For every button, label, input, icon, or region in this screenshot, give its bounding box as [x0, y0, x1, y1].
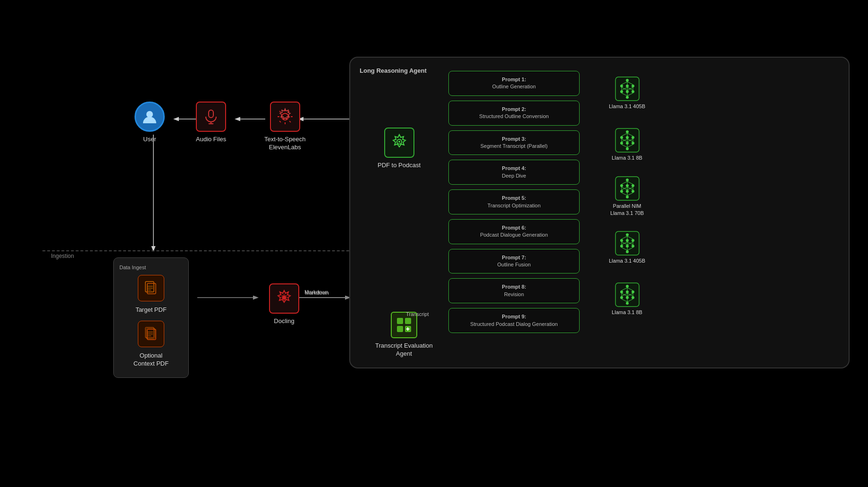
svg-point-53 [632, 90, 634, 93]
llm-column: Llama 3.1 405B [609, 68, 645, 324]
prompt-box-3: Prompt 3: Segment Transcript (Parallel) [448, 130, 580, 155]
svg-point-49 [626, 85, 629, 87]
svg-point-74 [620, 142, 623, 145]
docling-icon [269, 283, 299, 314]
agent-container-title: Long Reasoning Agent [360, 67, 839, 74]
svg-point-143 [620, 296, 623, 299]
svg-point-76 [632, 142, 634, 145]
svg-point-121 [626, 245, 629, 248]
llm-5-label: Llama 3.1 8B [612, 309, 642, 316]
tts-label: Text-to-Speech ElevenLabs [264, 136, 305, 152]
prompt-4-title: Prompt 4: Deep Dive [455, 165, 573, 179]
svg-point-118 [626, 239, 629, 242]
svg-point-123 [626, 250, 629, 253]
svg-point-145 [632, 296, 634, 299]
tts-icon [270, 102, 300, 132]
docling-label: Docling [274, 317, 294, 325]
svg-point-146 [626, 302, 629, 305]
data-ingest-box: Data Ingest Target PDF [113, 257, 189, 378]
svg-point-18 [146, 111, 153, 118]
svg-point-95 [626, 184, 629, 187]
llm-node-2: Llama 3.1 8B [609, 120, 645, 170]
svg-point-93 [626, 179, 629, 181]
svg-point-139 [626, 285, 629, 288]
llm-node-5: Llama 3.1 8B [609, 274, 645, 324]
svg-point-51 [620, 90, 623, 93]
svg-point-120 [620, 245, 623, 248]
llm-node-4: Llama 3.1 405B [609, 223, 645, 273]
svg-point-36 [282, 296, 286, 299]
prompt-box-9: Prompt 9: Structured Podcast Dialog Gene… [448, 308, 580, 333]
prompt-box-5: Prompt 5: Transcript Optimization [448, 189, 580, 214]
markdown-arrow-label: Markdown [305, 290, 329, 296]
svg-point-117 [620, 239, 623, 242]
prompt-9-title: Prompt 9: Structured Podcast Dialog Gene… [455, 313, 573, 328]
prompt-3-title: Prompt 3: Segment Transcript (Parallel) [455, 136, 573, 150]
svg-point-77 [626, 147, 629, 150]
prompt-2-title: Prompt 2: Structured Outline Conversion [455, 106, 573, 120]
prompt-box-4: Prompt 4: Deep Dive [448, 160, 580, 185]
transcript-agent-label: Transcript Evaluation Agent [375, 342, 433, 358]
svg-point-140 [620, 290, 623, 293]
svg-rect-41 [405, 318, 411, 324]
prompt-box-8: Prompt 8: Revision [448, 278, 580, 303]
svg-point-39 [398, 141, 400, 143]
llm-4-label: Llama 3.1 405B [609, 257, 645, 264]
audio-files-icon [196, 102, 226, 132]
user-node: User [135, 102, 165, 144]
prompt-8-title: Prompt 8: Revision [455, 283, 573, 298]
prompt-box-2: Prompt 2: Structured Outline Conversion [448, 101, 580, 126]
llm-node-3: Parallel NIM Llama 3.1 70B [609, 171, 645, 221]
transcript-arrow-label: Transcript [406, 311, 429, 317]
svg-point-96 [632, 184, 634, 187]
svg-point-94 [620, 184, 623, 187]
user-label: User [143, 136, 156, 144]
svg-point-54 [626, 96, 629, 99]
audio-files-label: Audio Files [196, 136, 226, 144]
prompt-5-title: Prompt 5: Transcript Optimization [455, 195, 573, 209]
svg-point-116 [626, 233, 629, 236]
svg-point-100 [626, 196, 629, 198]
svg-point-142 [632, 290, 634, 293]
pdf-to-podcast-node: PDF to Podcast [378, 128, 421, 170]
prompt-box-7: Prompt 7: Outline Fusion [448, 249, 580, 274]
prompt-box-6: Prompt 6: Podcast Dialogue Generation [448, 219, 580, 244]
svg-point-72 [626, 136, 629, 139]
prompt-1-title: Prompt 1: Outline Generation [455, 76, 573, 91]
optional-pdf-label: Optional Context PDF [134, 352, 169, 368]
prompt-6-title: Prompt 6: Podcast Dialogue Generation [455, 224, 573, 239]
svg-point-48 [620, 85, 623, 87]
svg-point-119 [632, 239, 634, 242]
llm-3-label: Parallel NIM Llama 3.1 70B [610, 203, 644, 216]
svg-point-73 [632, 136, 634, 139]
svg-point-70 [626, 130, 629, 133]
target-pdf-icon [138, 275, 164, 301]
tts-node: Text-to-Speech ElevenLabs [264, 102, 305, 152]
target-pdf-label: Target PDF [135, 306, 167, 314]
ingestion-label: Ingestion [51, 253, 74, 259]
svg-point-141 [626, 290, 629, 293]
svg-rect-42 [397, 326, 403, 332]
svg-point-98 [626, 190, 629, 193]
svg-point-144 [626, 296, 629, 299]
prompts-column: Prompt 1: Outline Generation Prompt 2: S… [448, 71, 580, 333]
docling-node: Docling [269, 283, 299, 325]
svg-point-50 [632, 85, 634, 87]
llm-node-1: Llama 3.1 405B [609, 68, 645, 118]
svg-point-97 [620, 190, 623, 193]
user-icon [135, 102, 165, 132]
svg-point-75 [626, 142, 629, 145]
svg-point-99 [632, 190, 634, 193]
transcript-evaluation-agent-node: Transcript Evaluation Agent [375, 312, 433, 358]
prompt-7-title: Prompt 7: Outline Fusion [455, 254, 573, 269]
optional-pdf-icon [138, 321, 164, 347]
llm-2-label: Llama 3.1 8B [612, 154, 642, 161]
llm-1-label: Llama 3.1 405B [609, 103, 645, 110]
pdf-to-podcast-label: PDF to Podcast [378, 162, 421, 170]
svg-point-52 [626, 90, 629, 93]
svg-point-122 [632, 245, 634, 248]
svg-point-71 [620, 136, 623, 139]
pdf-to-podcast-icon [384, 128, 414, 158]
svg-rect-40 [397, 318, 403, 324]
audio-files-node: Audio Files [196, 102, 226, 144]
